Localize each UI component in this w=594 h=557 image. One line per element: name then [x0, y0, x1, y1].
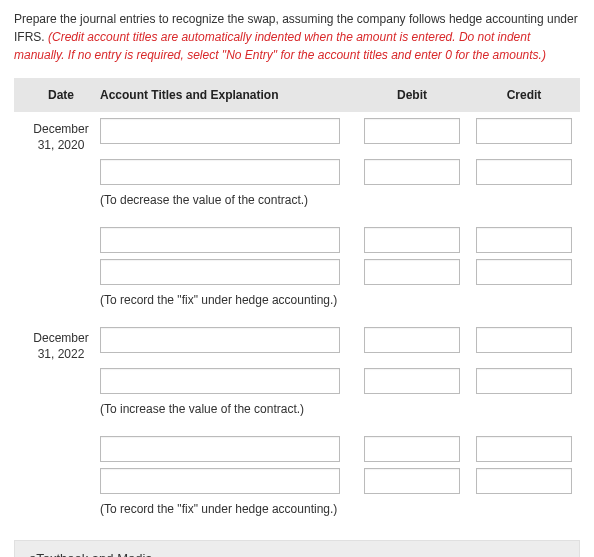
table-row — [14, 153, 580, 185]
header-date: Date — [22, 88, 100, 102]
header-debit: Debit — [364, 88, 460, 102]
debit-input[interactable] — [364, 118, 460, 144]
account-title-input[interactable] — [100, 327, 340, 353]
credit-input[interactable] — [476, 227, 572, 253]
date-cell — [22, 468, 100, 472]
debit-input[interactable] — [364, 327, 460, 353]
debit-input[interactable] — [364, 468, 460, 494]
date-cell — [22, 436, 100, 440]
date-cell — [22, 368, 100, 372]
date-cell: December31, 2020 — [22, 118, 100, 153]
account-title-input[interactable] — [100, 227, 340, 253]
table-row — [14, 253, 580, 285]
table-row: December31, 2022 — [14, 321, 580, 362]
explanation-text: (To record the "fix" under hedge account… — [100, 293, 337, 307]
debit-input[interactable] — [364, 436, 460, 462]
date-cell: December31, 2022 — [22, 327, 100, 362]
table-row — [14, 362, 580, 394]
table-row: December31, 2020 — [14, 112, 580, 153]
credit-input[interactable] — [476, 159, 572, 185]
date-cell — [22, 227, 100, 231]
explanation-text: (To increase the value of the contract.) — [100, 402, 304, 416]
credit-input[interactable] — [476, 368, 572, 394]
explanation-text: (To record the "fix" under hedge account… — [100, 502, 337, 516]
table-row — [14, 430, 580, 462]
credit-input[interactable] — [476, 468, 572, 494]
instructions-note: (Credit account titles are automatically… — [14, 30, 546, 62]
etextbook-link[interactable]: eTextbook and Media — [14, 540, 580, 557]
account-title-input[interactable] — [100, 259, 340, 285]
account-title-input[interactable] — [100, 118, 340, 144]
credit-input[interactable] — [476, 118, 572, 144]
debit-input[interactable] — [364, 227, 460, 253]
debit-input[interactable] — [364, 159, 460, 185]
header-credit: Credit — [476, 88, 572, 102]
debit-input[interactable] — [364, 368, 460, 394]
credit-input[interactable] — [476, 259, 572, 285]
account-title-input[interactable] — [100, 468, 340, 494]
table-row — [14, 462, 580, 494]
table-header: Date Account Titles and Explanation Debi… — [14, 78, 580, 112]
instructions: Prepare the journal entries to recognize… — [14, 10, 580, 64]
account-title-input[interactable] — [100, 436, 340, 462]
debit-input[interactable] — [364, 259, 460, 285]
credit-input[interactable] — [476, 327, 572, 353]
account-title-input[interactable] — [100, 368, 340, 394]
date-cell — [22, 159, 100, 163]
date-cell — [22, 259, 100, 263]
header-account: Account Titles and Explanation — [100, 88, 364, 102]
table-row — [14, 221, 580, 253]
account-title-input[interactable] — [100, 159, 340, 185]
credit-input[interactable] — [476, 436, 572, 462]
explanation-text: (To decrease the value of the contract.) — [100, 193, 308, 207]
